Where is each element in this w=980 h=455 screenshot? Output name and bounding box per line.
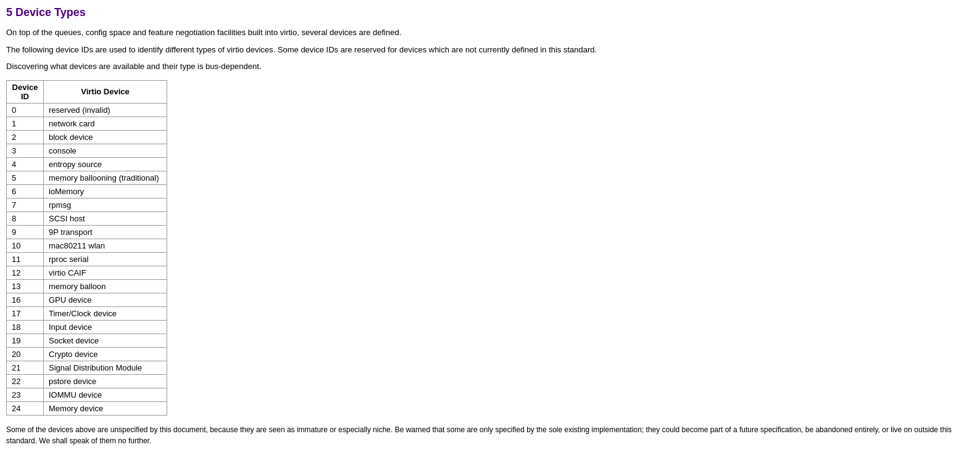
virtio-device-cell: Socket device — [44, 334, 167, 347]
table-row: 99P transport — [7, 225, 167, 239]
table-row: 5memory ballooning (traditional) — [7, 171, 167, 184]
device-types-table: Device ID Virtio Device 0reserved (inval… — [6, 80, 167, 416]
table-row: 13memory balloon — [7, 279, 167, 293]
intro-para-2: The following device IDs are used to ide… — [6, 44, 974, 56]
virtio-device-cell: Crypto device — [44, 347, 167, 361]
virtio-device-cell: rpmsg — [44, 198, 167, 211]
device-id-cell: 24 — [7, 401, 44, 415]
table-row: 4entropy source — [7, 157, 167, 171]
table-row: 2block device — [7, 130, 167, 144]
virtio-device-cell: pstore device — [44, 374, 167, 388]
table-row: 24Memory device — [7, 401, 167, 415]
device-id-cell: 5 — [7, 171, 44, 184]
device-id-cell: 6 — [7, 184, 44, 198]
virtio-device-cell: 9P transport — [44, 225, 167, 239]
col-header-device-id: Device ID — [7, 80, 44, 103]
table-row: 18Input device — [7, 320, 167, 334]
table-row: 12virtio CAIF — [7, 266, 167, 279]
table-row: 19Socket device — [7, 334, 167, 347]
device-id-cell: 19 — [7, 334, 44, 347]
table-row: 17Timer/Clock device — [7, 306, 167, 320]
table-row: 11rproc serial — [7, 252, 167, 266]
intro-para-3: Discovering what devices are available a… — [6, 60, 974, 73]
virtio-device-cell: entropy source — [44, 157, 167, 171]
device-id-cell: 12 — [7, 266, 44, 279]
table-row: 20Crypto device — [7, 347, 167, 361]
table-row: 0reserved (invalid) — [7, 103, 167, 117]
table-row: 23IOMMU device — [7, 388, 167, 401]
virtio-device-cell: virtio CAIF — [44, 266, 167, 279]
virtio-device-cell: Input device — [44, 320, 167, 334]
device-id-cell: 11 — [7, 252, 44, 266]
device-id-cell: 16 — [7, 293, 44, 306]
virtio-device-cell: mac80211 wlan — [44, 239, 167, 252]
virtio-device-cell: console — [44, 144, 167, 157]
virtio-device-cell: memory balloon — [44, 279, 167, 293]
device-id-cell: 10 — [7, 239, 44, 252]
device-id-cell: 23 — [7, 388, 44, 401]
device-id-cell: 20 — [7, 347, 44, 361]
device-id-cell: 7 — [7, 198, 44, 211]
virtio-device-cell: ioMemory — [44, 184, 167, 198]
virtio-device-cell: GPU device — [44, 293, 167, 306]
device-id-cell: 9 — [7, 225, 44, 239]
device-id-cell: 0 — [7, 103, 44, 117]
device-id-cell: 1 — [7, 117, 44, 130]
virtio-device-cell: Timer/Clock device — [44, 306, 167, 320]
device-id-cell: 2 — [7, 130, 44, 144]
virtio-device-cell: Memory device — [44, 401, 167, 415]
virtio-device-cell: reserved (invalid) — [44, 103, 167, 117]
device-id-cell: 13 — [7, 279, 44, 293]
virtio-device-cell: rproc serial — [44, 252, 167, 266]
device-id-cell: 22 — [7, 374, 44, 388]
footer-text: Some of the devices above are unspecifie… — [6, 424, 974, 446]
virtio-device-cell: network card — [44, 117, 167, 130]
table-row: 7rpmsg — [7, 198, 167, 211]
table-row: 16GPU device — [7, 293, 167, 306]
table-row: 21Signal Distribution Module — [7, 361, 167, 374]
device-id-cell: 8 — [7, 211, 44, 225]
table-row: 8SCSI host — [7, 211, 167, 225]
device-id-cell: 21 — [7, 361, 44, 374]
table-row: 10mac80211 wlan — [7, 239, 167, 252]
device-id-cell: 4 — [7, 157, 44, 171]
virtio-device-cell: memory ballooning (traditional) — [44, 171, 167, 184]
device-id-cell: 17 — [7, 306, 44, 320]
col-header-virtio-device: Virtio Device — [44, 80, 167, 103]
table-row: 22pstore device — [7, 374, 167, 388]
virtio-device-cell: block device — [44, 130, 167, 144]
intro-para-1: On top of the queues, config space and f… — [6, 27, 974, 39]
table-row: 1network card — [7, 117, 167, 130]
device-id-cell: 3 — [7, 144, 44, 157]
page-title: 5 Device Types — [6, 6, 974, 19]
virtio-device-cell: IOMMU device — [44, 388, 167, 401]
virtio-device-cell: SCSI host — [44, 211, 167, 225]
table-row: 3console — [7, 144, 167, 157]
virtio-device-cell: Signal Distribution Module — [44, 361, 167, 374]
table-row: 6ioMemory — [7, 184, 167, 198]
device-id-cell: 18 — [7, 320, 44, 334]
